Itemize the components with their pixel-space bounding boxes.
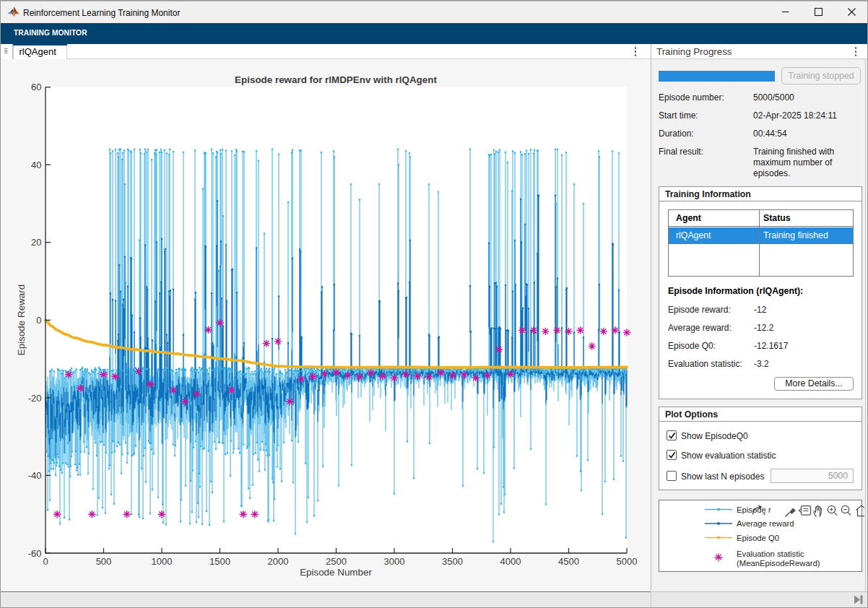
svg-text:40: 40	[31, 160, 41, 170]
svg-text:20: 20	[31, 237, 41, 248]
svg-text:0: 0	[43, 556, 48, 567]
svg-text:(MeanEpisodeReward): (MeanEpisodeReward)	[737, 559, 820, 568]
svg-text:4000: 4000	[500, 556, 521, 567]
svg-text:0: 0	[36, 315, 41, 326]
svg-text:5000: 5000	[617, 556, 638, 567]
svg-text:-20: -20	[28, 393, 42, 404]
svg-text:Average reward: Average reward	[737, 519, 794, 528]
svg-text:500: 500	[96, 556, 112, 567]
svg-text:3500: 3500	[442, 556, 463, 567]
svg-text:Episode Q0: Episode Q0	[737, 534, 779, 542]
svg-text:Episode Number: Episode Number	[300, 567, 372, 578]
svg-text:Episode reward for rlMDPEnv wi: Episode reward for rlMDPEnv with rlQAgen…	[235, 74, 437, 85]
svg-text:3000: 3000	[384, 556, 405, 567]
svg-text:4500: 4500	[558, 556, 579, 567]
svg-text:1000: 1000	[152, 556, 173, 567]
svg-text:2000: 2000	[268, 556, 289, 567]
svg-text:1500: 1500	[209, 556, 230, 567]
svg-text:2500: 2500	[326, 556, 347, 567]
svg-text:Episode Reward: Episode Reward	[16, 285, 27, 355]
svg-text:Evaluation statistic: Evaluation statistic	[737, 550, 804, 558]
svg-text:-60: -60	[28, 548, 42, 559]
svg-text:-40: -40	[28, 470, 42, 481]
svg-text:60: 60	[31, 82, 41, 92]
